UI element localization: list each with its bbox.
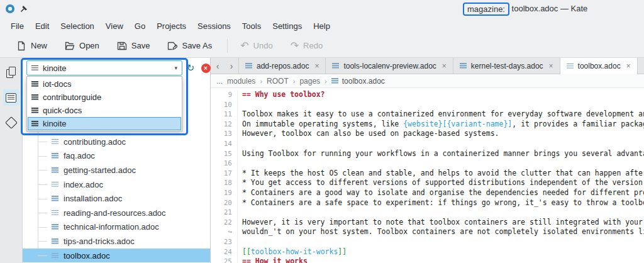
breadcrumb-item-pages[interactable]: pages <box>299 77 320 86</box>
project-selector-popup: iot-docs contributorguide quick-docs kin… <box>26 76 182 132</box>
menu-settings[interactable]: Settings <box>267 20 308 33</box>
menu-projects[interactable]: Projects <box>151 20 192 33</box>
close-icon[interactable]: × <box>314 62 319 70</box>
refresh-icon: ↻ <box>187 62 195 74</box>
documents-sidebar-button[interactable] <box>3 64 19 81</box>
menu-selection[interactable]: Selection <box>55 20 99 33</box>
kate-app-icon <box>5 4 15 14</box>
line-number: 25 <box>211 257 238 263</box>
undo-button-label: Undo <box>253 41 273 50</box>
editor-line[interactable]: 14 <box>211 139 644 149</box>
document-icon <box>52 224 58 230</box>
git-sidebar-button[interactable] <box>3 115 19 131</box>
document-icon <box>52 238 58 244</box>
close-icon[interactable]: × <box>626 62 631 70</box>
line-number: 9 <box>211 90 238 100</box>
anchor-bracket: ]] <box>338 247 347 256</box>
menu-tools[interactable]: Tools <box>236 20 267 33</box>
tab-add-repos[interactable]: add-repos.adoc × <box>238 58 326 74</box>
tree-item-selected[interactable]: toolbox.adoc <box>23 249 210 263</box>
save-as-button-label: Save As <box>182 41 212 50</box>
git-icon <box>5 116 18 129</box>
project-icon <box>31 108 38 113</box>
document-icon <box>52 182 58 187</box>
save-button[interactable]: Save <box>112 38 155 53</box>
editor-line[interactable]: 11Toolbox makes it easy to use a contain… <box>211 109 644 120</box>
projects-sidebar-button[interactable] <box>3 89 19 106</box>
project-selector-combobox[interactable]: kinoite ▾ <box>26 60 182 76</box>
tree-item[interactable]: technical-information.adoc <box>23 220 210 235</box>
breadcrumb-overflow[interactable]: ... <box>216 77 223 86</box>
stop-button[interactable]: × <box>200 62 211 74</box>
breadcrumb-item-root[interactable]: ROOT <box>267 77 289 86</box>
tree-item[interactable]: contributing.adoc <box>23 135 210 149</box>
tabs-scroll-back-button[interactable]: ‹ <box>211 58 225 74</box>
line-number: 18 <box>211 178 238 188</box>
editor-line[interactable]: 19* Containers are a good way to isolate… <box>211 188 644 198</box>
editor-line[interactable]: 16 <box>211 159 644 169</box>
menu-edit[interactable]: Edit <box>30 20 55 33</box>
tree-item[interactable]: tips-and-tricks.adoc <box>23 234 210 249</box>
editor-line[interactable]: 9== Why use toolbox? <box>211 90 644 100</box>
editor-line[interactable]: 12On immutable operating systems, like {… <box>211 120 644 130</box>
new-button[interactable]: New <box>11 38 52 53</box>
project-option-iot-docs[interactable]: iot-docs <box>28 77 181 91</box>
menu-sessions[interactable]: Sessions <box>192 20 236 33</box>
close-icon[interactable]: × <box>549 62 553 70</box>
tab-tools-localenv-preview[interactable]: tools-localenv-preview.adoc × <box>326 58 453 74</box>
project-option-contributorguide[interactable]: contributorguide <box>28 91 181 104</box>
window-title: magazine: toolbox.adoc — Kate <box>463 0 587 18</box>
redo-icon: ↷ <box>291 41 299 51</box>
line-number: 11 <box>211 109 238 120</box>
line-number: 15 <box>211 149 238 159</box>
undo-button[interactable]: ↶ Undo <box>235 38 277 53</box>
editor-line[interactable]: 21 <box>211 208 644 218</box>
line-number: 20 <box>211 198 238 208</box>
editor-line[interactable]: 22However, it is very important to note … <box>211 218 644 228</box>
editor-line-wrapped[interactable]: ↪wouldn_'t on your host system. Toolbox … <box>211 227 644 237</box>
editor-line[interactable]: 10 <box>211 100 644 110</box>
line-number: 17 <box>211 169 238 179</box>
editor-line[interactable]: 25== How it works <box>211 257 644 263</box>
save-icon <box>117 41 127 51</box>
tree-item[interactable]: reading-and-resources.adoc <box>23 206 210 220</box>
save-as-button[interactable]: Save As <box>162 38 217 53</box>
editor-line[interactable]: 24[[toolbox-how-it-works]] <box>211 247 644 257</box>
sidebar-toolstrip <box>0 58 23 263</box>
redo-button-label: Redo <box>303 41 323 50</box>
tab-toolbox-active[interactable]: toolbox.adoc × <box>560 58 638 74</box>
new-button-label: New <box>31 41 47 50</box>
editor-line[interactable]: 23 <box>211 237 644 247</box>
redo-button[interactable]: ↷ Redo <box>286 38 328 53</box>
tab-bar: ‹ › add-repos.adoc × tools-localenv-prev… <box>211 58 644 74</box>
tab-kernel-test-days[interactable]: kernel-test-days.adoc × <box>453 58 560 74</box>
menu-file[interactable]: File <box>5 20 30 33</box>
document-icon <box>332 63 339 69</box>
open-button[interactable]: Open <box>60 38 104 53</box>
menu-view[interactable]: View <box>100 20 129 33</box>
editor-line[interactable]: 20* Containers are a safe space to exper… <box>211 198 644 208</box>
tree-item[interactable]: getting-started.adoc <box>23 163 210 177</box>
editor-line[interactable]: 17* It keeps the host OS clean and stabl… <box>211 169 644 179</box>
close-icon[interactable]: × <box>442 62 447 70</box>
tree-item[interactable]: installation.adoc <box>23 191 210 206</box>
editor-line[interactable]: 13However, toolbox can also be used on p… <box>211 129 644 139</box>
document-icon <box>52 210 58 216</box>
tree-item[interactable]: faq.adoc <box>23 149 210 164</box>
breadcrumb-item-modules[interactable]: modules <box>227 77 255 86</box>
project-option-quick-docs[interactable]: quick-docs <box>28 104 181 117</box>
text-editor[interactable]: 9== Why use toolbox? 10 11Toolbox makes … <box>211 88 644 263</box>
menu-go[interactable]: Go <box>129 20 151 33</box>
breadcrumb: ... modules › ROOT › pages › toolbox.ado… <box>211 74 644 88</box>
line-number: 21 <box>211 208 238 218</box>
tree-item[interactable]: index.adoc <box>23 177 210 192</box>
editor-line[interactable]: 15Using Toolbox for running your workflo… <box>211 149 644 159</box>
tabs-scroll-forward-button[interactable]: › <box>225 58 238 74</box>
undo-icon: ↶ <box>240 41 248 51</box>
menu-help[interactable]: Help <box>308 20 336 33</box>
breadcrumb-file[interactable]: toolbox.adoc <box>331 77 385 86</box>
document-icon <box>52 253 58 259</box>
editor-line[interactable]: 18* You get access to different versions… <box>211 178 644 188</box>
refresh-project-button[interactable]: ↻ <box>185 62 196 74</box>
project-option-kinoite[interactable]: kinoite <box>28 117 181 130</box>
